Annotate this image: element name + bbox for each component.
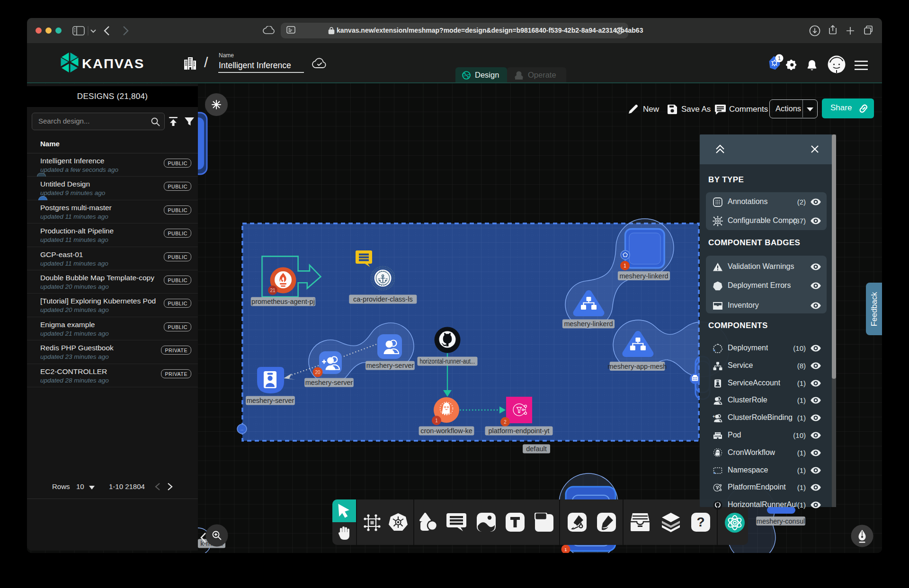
svg-text:1: 1: [778, 55, 781, 61]
svg-text:meshery-server: meshery-server: [305, 379, 353, 386]
svg-text:1: 1: [564, 547, 567, 552]
svg-text:meshery-server: meshery-server: [247, 397, 294, 404]
svg-text:meshery-app-mesh: meshery-app-mesh: [608, 363, 667, 370]
svg-text:+: +: [713, 414, 715, 419]
svg-text:cron-workflow-ke: cron-workflow-ke: [420, 427, 472, 435]
svg-text:2: 2: [504, 419, 507, 425]
svg-text:?: ?: [696, 515, 704, 529]
svg-text:default: default: [526, 445, 547, 453]
svg-text:meshery-linkerd: meshery-linkerd: [619, 272, 668, 280]
svg-text:horizontal-runner-aut...: horizontal-runner-aut...: [420, 357, 475, 365]
svg-text:20: 20: [315, 370, 321, 375]
svg-text:meshery-consul: meshery-consul: [757, 517, 805, 525]
svg-text:platform-endpoint-yt: platform-endpoint-yt: [489, 427, 550, 435]
svg-text:prometheus-agent-pj: prometheus-agent-pj: [251, 298, 315, 305]
svg-text:21: 21: [270, 288, 276, 293]
svg-text:meshery-linkerd: meshery-linkerd: [564, 320, 613, 328]
svg-text:meshery-server: meshery-server: [366, 362, 414, 369]
svg-text:ca-provider-class-ls: ca-provider-class-ls: [353, 295, 413, 303]
svg-text:...: ...: [241, 427, 244, 431]
svg-text:1: 1: [435, 418, 438, 423]
svg-text:1: 1: [624, 263, 626, 268]
